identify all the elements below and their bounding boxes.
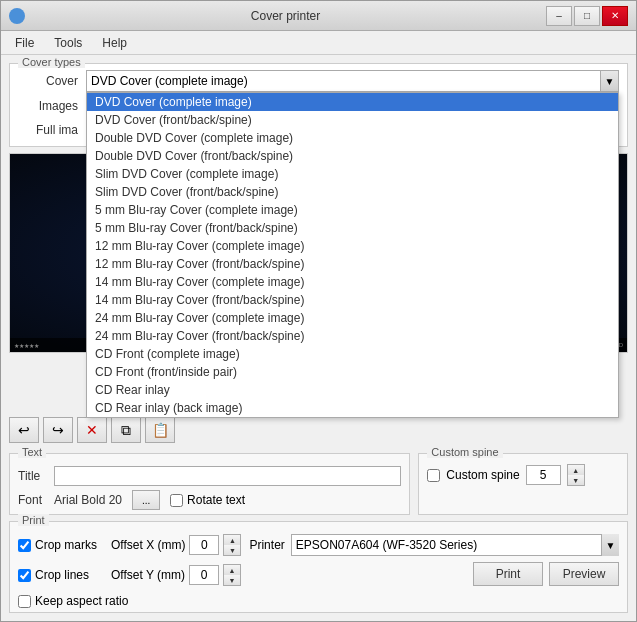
dropdown-item-15[interactable]: CD Front (front/inside pair) [87, 363, 618, 381]
custom-spine-spinner: ▲ ▼ [567, 464, 585, 486]
delete-button[interactable]: ✕ [77, 417, 107, 443]
title-bar-controls: – □ ✕ [546, 6, 628, 26]
text-group: Text Title Font Arial Bold 20 ... Rotate… [9, 453, 410, 515]
offset-y-group: Offset Y (mm) ▲ ▼ [111, 564, 241, 586]
crop-marks-label: Crop marks [35, 538, 97, 552]
dropdown-item-0[interactable]: DVD Cover (complete image) [87, 93, 618, 111]
images-label: Images [18, 99, 78, 113]
crop-lines-check-label: Crop lines [18, 568, 103, 582]
rotate-text-check: Rotate text [170, 493, 245, 507]
dropdown-item-1[interactable]: DVD Cover (front/back/spine) [87, 111, 618, 129]
redo-button[interactable]: ↪ [43, 417, 73, 443]
cover-types-group: Cover types Cover DVD Cover (complete im… [9, 63, 628, 147]
title-bar: Cover printer – □ ✕ [1, 1, 636, 31]
rotate-text-label: Rotate text [187, 493, 245, 507]
dropdown-item-17[interactable]: CD Rear inlay (back image) [87, 399, 618, 417]
dropdown-item-12[interactable]: 24 mm Blu-ray Cover (complete image) [87, 309, 618, 327]
print-inner: Crop marks Offset X (mm) ▲ ▼ [18, 534, 619, 608]
maximize-button[interactable]: □ [574, 6, 600, 26]
offset-x-spinner: ▲ ▼ [223, 534, 241, 556]
crop-marks-checkbox[interactable] [18, 539, 31, 552]
dropdown-item-7[interactable]: 5 mm Blu-ray Cover (front/back/spine) [87, 219, 618, 237]
title-row: Title [18, 466, 401, 486]
menu-file[interactable]: File [5, 34, 44, 52]
title-label: Title [18, 469, 48, 483]
rotate-text-checkbox[interactable] [170, 494, 183, 507]
custom-spine-input[interactable] [526, 465, 561, 485]
dropdown-item-5[interactable]: Slim DVD Cover (front/back/spine) [87, 183, 618, 201]
offset-y-decrement[interactable]: ▼ [224, 575, 240, 585]
full-image-label: Full ima [18, 123, 78, 137]
menu-help[interactable]: Help [92, 34, 137, 52]
custom-spine-label: Custom spine [446, 468, 519, 482]
dropdown-item-8[interactable]: 12 mm Blu-ray Cover (complete image) [87, 237, 618, 255]
dropdown-item-11[interactable]: 14 mm Blu-ray Cover (front/back/spine) [87, 291, 618, 309]
print-left: Crop marks Offset X (mm) ▲ ▼ [18, 534, 241, 608]
crop-lines-row: Crop lines Offset Y (mm) ▲ ▼ [18, 564, 241, 586]
dropdown-item-6[interactable]: 5 mm Blu-ray Cover (complete image) [87, 201, 618, 219]
dropdown-item-13[interactable]: 24 mm Blu-ray Cover (front/back/spine) [87, 327, 618, 345]
crop-lines-label: Crop lines [35, 568, 89, 582]
dropdown-item-3[interactable]: Double DVD Cover (front/back/spine) [87, 147, 618, 165]
print-button[interactable]: Print [473, 562, 543, 586]
spine-decrement-button[interactable]: ▼ [568, 475, 584, 485]
custom-spine-checkbox[interactable] [427, 469, 440, 482]
copy-button[interactable]: ⧉ [111, 417, 141, 443]
cover-select-display[interactable]: DVD Cover (complete image) ▼ [86, 70, 619, 92]
custom-spine-group: Custom spine Custom spine ▲ ▼ [418, 453, 628, 515]
spine-increment-button[interactable]: ▲ [568, 465, 584, 475]
font-label: Font [18, 493, 48, 507]
custom-spine-row: Custom spine ▲ ▼ [427, 464, 619, 486]
offset-x-input[interactable] [189, 535, 219, 555]
offset-x-group: Offset X (mm) ▲ ▼ [111, 534, 241, 556]
dropdown-item-4[interactable]: Slim DVD Cover (complete image) [87, 165, 618, 183]
window-icon [9, 8, 25, 24]
dropdown-item-9[interactable]: 12 mm Blu-ray Cover (front/back/spine) [87, 255, 618, 273]
printer-label: Printer [249, 538, 284, 552]
dropdown-item-14[interactable]: CD Front (complete image) [87, 345, 618, 363]
cover-dropdown: DVD Cover (complete image) DVD Cover (fr… [86, 92, 619, 418]
close-button[interactable]: ✕ [602, 6, 628, 26]
bottom-sections: Text Title Font Arial Bold 20 ... Rotate… [9, 453, 628, 515]
menu-bar: File Tools Help [1, 31, 636, 55]
font-value: Arial Bold 20 [54, 493, 122, 507]
print-right: Printer EPSON07A604 (WF-3520 Series) ▼ P… [249, 534, 619, 586]
dropdown-item-10[interactable]: 14 mm Blu-ray Cover (complete image) [87, 273, 618, 291]
print-group: Print Crop marks Offset X (mm) [9, 521, 628, 613]
crop-marks-row: Crop marks Offset X (mm) ▲ ▼ [18, 534, 241, 556]
font-browse-button[interactable]: ... [132, 490, 160, 510]
font-row: Font Arial Bold 20 ... Rotate text [18, 490, 401, 510]
offset-x-increment[interactable]: ▲ [224, 535, 240, 545]
preview-button[interactable]: Preview [549, 562, 619, 586]
keep-aspect-checkbox[interactable] [18, 595, 31, 608]
menu-tools[interactable]: Tools [44, 34, 92, 52]
minimize-button[interactable]: – [546, 6, 572, 26]
cover-select-container: DVD Cover (complete image) ▼ DVD Cover (… [86, 70, 619, 92]
paste-button[interactable]: 📋 [145, 417, 175, 443]
undo-button[interactable]: ↩ [9, 417, 39, 443]
avatar-bottom-text: ★★★★★ [14, 342, 39, 349]
cover-label: Cover [18, 74, 78, 88]
action-buttons: Print Preview [249, 562, 619, 586]
offset-x-label: Offset X (mm) [111, 538, 185, 552]
keep-aspect-row: Keep aspect ratio [18, 594, 241, 608]
toolbar: ↩ ↪ ✕ ⧉ 📋 [9, 413, 628, 447]
printer-select-container: EPSON07A604 (WF-3520 Series) ▼ [291, 534, 619, 556]
offset-y-increment[interactable]: ▲ [224, 565, 240, 575]
text-legend: Text [18, 446, 46, 458]
keep-aspect-label: Keep aspect ratio [35, 594, 128, 608]
title-input[interactable] [54, 466, 401, 486]
offset-x-decrement[interactable]: ▼ [224, 545, 240, 555]
offset-y-spinner: ▲ ▼ [223, 564, 241, 586]
offset-y-label: Offset Y (mm) [111, 568, 185, 582]
cover-selected-value: DVD Cover (complete image) [91, 74, 614, 88]
print-legend: Print [18, 514, 49, 526]
content-area: Cover types Cover DVD Cover (complete im… [1, 55, 636, 621]
printer-select[interactable]: EPSON07A604 (WF-3520 Series) [291, 534, 619, 556]
printer-row: Printer EPSON07A604 (WF-3520 Series) ▼ [249, 534, 619, 556]
dropdown-item-2[interactable]: Double DVD Cover (complete image) [87, 129, 618, 147]
dropdown-item-16[interactable]: CD Rear inlay [87, 381, 618, 399]
main-window: Cover printer – □ ✕ File Tools Help Cove… [0, 0, 637, 622]
offset-y-input[interactable] [189, 565, 219, 585]
crop-lines-checkbox[interactable] [18, 569, 31, 582]
